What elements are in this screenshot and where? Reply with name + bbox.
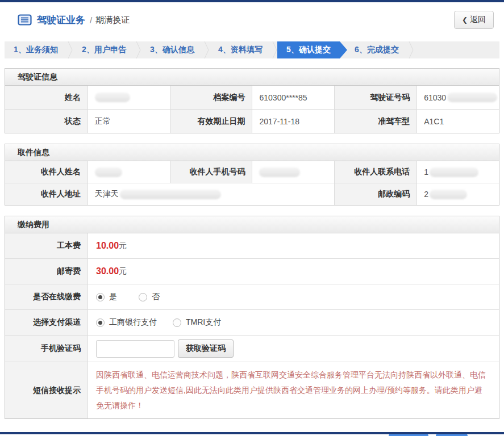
postage-fee-label: 邮寄费: [5, 259, 88, 284]
online-payment-yes-label: 是: [109, 292, 117, 302]
tab-step-5-confirm-submit[interactable]: 5、确认提交: [277, 41, 340, 58]
zip-code-label: 邮政编码: [334, 183, 416, 205]
recipient-name-value: [88, 161, 170, 183]
payment-channel-option-tmri[interactable]: TMRI支付: [173, 317, 221, 328]
chevron-left-icon: ❮: [462, 16, 468, 24]
tab-separator: [203, 41, 209, 58]
pickup-info-section: 取件信息 收件人姓名 收件人手机号码 收件人联系电话 1 收件人地址 天津天 邮…: [5, 144, 499, 206]
production-fee-amount: 10.00: [96, 241, 119, 251]
online-payment-radio-group: 是 否: [96, 292, 160, 302]
page-header: 驾驶证业务 / 期满换证 ❮ 返回: [0, 2, 504, 36]
radio-selected-icon[interactable]: [96, 293, 105, 301]
online-payment-no-label: 否: [152, 292, 160, 302]
status-label: 状态: [5, 110, 88, 133]
recipient-mobile-label: 收件人手机号码: [170, 161, 252, 183]
sms-code-row: 手机验证码 获取验证码: [5, 336, 499, 362]
online-payment-option-yes[interactable]: 是: [96, 292, 117, 302]
online-payment-options: 是 否: [88, 284, 499, 309]
page-title: 驾驶证业务: [37, 14, 85, 27]
tab-bar-filler: [414, 41, 499, 58]
payment-section: 缴纳费用 工本费 10.00元 邮寄费 30.00元 是否在线缴费 是 否: [5, 216, 499, 419]
sms-code-label: 手机验证码: [5, 336, 88, 362]
online-payment-label: 是否在线缴费: [5, 284, 88, 309]
postage-fee-value: 30.00元: [88, 259, 499, 284]
postage-fee-unit: 元: [119, 266, 127, 276]
sms-notice-row: 短信接收提示 因陕西省联通、电信运营商技术问题，陕西省互联网交通安全综合服务管理…: [5, 362, 499, 418]
online-payment-option-no[interactable]: 否: [139, 292, 160, 302]
payment-channel-tmri-label: TMRI支付: [186, 317, 221, 328]
sms-notice-content: 因陕西省联通、电信运营商技术问题，陕西省互联网交通安全综合服务管理平台无法向持陕…: [88, 362, 499, 418]
tab-step-4-fill-materials[interactable]: 4、资料填写: [209, 41, 272, 58]
payment-channel-options: 工商银行支付 TMRI支付: [88, 310, 499, 335]
file-number-label: 档案编号: [170, 86, 252, 109]
radio-unselected-icon[interactable]: [173, 318, 181, 327]
payment-section-title: 缴纳费用: [5, 216, 499, 233]
radio-unselected-icon[interactable]: [139, 293, 147, 301]
online-payment-row: 是否在线缴费 是 否: [5, 284, 499, 310]
sms-notice-text: 因陕西省联通、电信运营商技术问题，陕西省互联网交通安全综合服务管理平台无法向持陕…: [96, 367, 486, 413]
postage-fee-row: 邮寄费 30.00元: [5, 259, 499, 284]
redacted-value: [95, 167, 122, 177]
tab-step-6-complete-submit[interactable]: 6、完成提交: [345, 41, 408, 58]
recipient-phone-label: 收件人联系电话: [334, 161, 416, 183]
recipient-address-value: 天津天: [88, 183, 335, 205]
production-fee-unit: 元: [119, 241, 127, 251]
redacted-value: [430, 167, 478, 177]
tab-step-3-confirm-info[interactable]: 3、确认信息: [141, 41, 203, 58]
table-row: 收件人姓名 收件人手机号码 收件人联系电话 1: [5, 161, 499, 183]
zip-code-value: 2: [416, 183, 499, 205]
redacted-value: [120, 190, 221, 199]
name-label: 姓名: [5, 86, 88, 109]
list-icon: [18, 14, 32, 26]
payment-channel-radio-group: 工商银行支付 TMRI支付: [96, 317, 221, 328]
sms-code-input[interactable]: [96, 340, 174, 358]
back-button[interactable]: ❮ 返回: [454, 11, 494, 29]
expiry-date-label: 有效期止日期: [170, 110, 252, 133]
breadcrumb-current: 期满换证: [95, 15, 130, 26]
postage-fee-amount: 30.00: [96, 266, 119, 276]
table-row: 姓名 档案编号 610300****85 驾驶证号码 61030: [5, 86, 499, 110]
redacted-value: [430, 190, 467, 199]
table-row: 状态 正常 有效期止日期 2017-11-18 准驾车型 A1C1: [5, 110, 499, 133]
tab-separator: [408, 41, 414, 58]
payment-channel-row: 选择支付渠道 工商银行支付 TMRI支付: [5, 310, 499, 336]
vehicle-class-value: A1C1: [416, 110, 499, 133]
recipient-mobile-value: [252, 161, 334, 183]
payment-channel-icbc-label: 工商银行支付: [109, 317, 157, 328]
redacted-value: [447, 93, 497, 102]
tab-step-1-business-notes[interactable]: 1、业务须知: [5, 41, 67, 58]
production-fee-row: 工本费 10.00元: [5, 233, 499, 259]
payment-channel-option-icbc[interactable]: 工商银行支付: [96, 317, 157, 328]
license-number-value: 61030: [416, 86, 499, 109]
redacted-value: [95, 93, 130, 102]
payment-channel-label: 选择支付渠道: [5, 310, 88, 335]
sms-code-field: 获取验证码: [88, 336, 499, 362]
radio-selected-icon[interactable]: [96, 318, 105, 327]
tab-separator: [272, 41, 277, 58]
get-code-button[interactable]: 获取验证码: [178, 339, 234, 358]
sms-notice-label: 短信接收提示: [5, 362, 88, 418]
step-tabs: 1、业务须知 2、用户申告 3、确认信息 4、资料填写 5、确认提交 6、完成提…: [5, 41, 499, 58]
table-row: 收件人地址 天津天 邮政编码 2: [5, 183, 499, 205]
recipient-name-label: 收件人姓名: [5, 161, 88, 183]
tab-separator: [135, 41, 141, 58]
recipient-phone-value: 1: [416, 161, 499, 183]
expiry-date-value: 2017-11-18: [252, 110, 334, 133]
status-value: 正常: [88, 110, 170, 133]
breadcrumb-separator: /: [90, 15, 92, 25]
production-fee-label: 工本费: [5, 233, 88, 258]
license-number-label: 驾驶证号码: [334, 86, 416, 109]
vehicle-class-label: 准驾车型: [334, 110, 416, 133]
tab-step-2-user-declaration[interactable]: 2、用户申告: [73, 41, 135, 58]
back-button-label: 返回: [470, 15, 486, 25]
file-number-value: 610300****85: [252, 86, 334, 109]
license-info-section: 驾驶证信息 姓名 档案编号 610300****85 驾驶证号码 61030 状…: [5, 68, 499, 133]
pickup-info-section-title: 取件信息: [5, 144, 499, 161]
license-info-section-title: 驾驶证信息: [5, 69, 499, 86]
recipient-address-label: 收件人地址: [5, 183, 88, 205]
tab-separator: [67, 41, 73, 58]
production-fee-value: 10.00元: [88, 233, 499, 258]
redacted-value: [259, 167, 300, 177]
bottom-navy-bar: [0, 432, 504, 434]
name-value: [88, 86, 170, 109]
